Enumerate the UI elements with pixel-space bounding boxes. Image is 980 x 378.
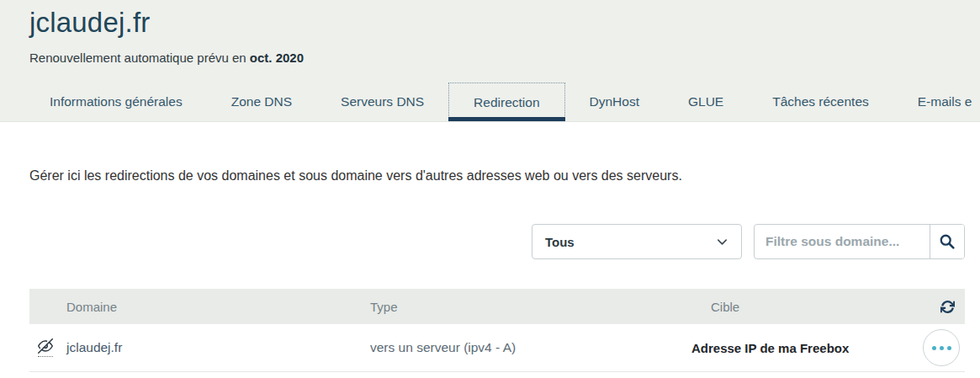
eye-slash-icon[interactable] — [38, 338, 53, 357]
column-header-type: Type — [370, 300, 681, 314]
tab-informations-generales[interactable]: Informations générales — [25, 83, 207, 121]
tab-taches-recentes[interactable]: Tâches récentes — [748, 83, 893, 121]
tab-redirection[interactable]: Redirection — [448, 83, 564, 121]
tab-emails[interactable]: E-mails e — [893, 83, 980, 121]
search-button[interactable] — [930, 225, 964, 258]
row-target: Adresse IP de ma Freebox — [681, 341, 913, 355]
type-filter-select[interactable]: Tous — [532, 224, 742, 259]
subdomain-filter — [754, 224, 965, 259]
page-title: jclaudej.fr — [0, 0, 980, 39]
subdomain-filter-input[interactable] — [755, 225, 930, 258]
redirections-table: Domaine Type Cible — [29, 289, 965, 372]
refresh-icon — [940, 300, 955, 314]
refresh-button[interactable] — [940, 300, 955, 314]
table-header-row: Domaine Type Cible — [29, 289, 965, 324]
column-header-cible: Cible — [681, 300, 930, 314]
type-filter-value: Tous — [545, 235, 575, 249]
redirection-panel: Gérer ici les redirections de vos domain… — [0, 168, 980, 372]
filter-controls: Tous — [29, 224, 965, 259]
chevron-down-icon — [716, 236, 728, 248]
ellipsis-icon — [932, 346, 951, 350]
renewal-date: oct. 2020 — [250, 51, 304, 65]
renewal-prefix: Renouvellement automatique prévu en — [29, 51, 250, 65]
domain-management-page: jclaudej.fr Renouvellement automatique p… — [0, 0, 980, 378]
tab-zone-dns[interactable]: Zone DNS — [207, 83, 316, 121]
row-type: vers un serveur (ipv4 - A) — [370, 340, 681, 355]
row-actions-button[interactable] — [923, 329, 960, 366]
column-header-domaine: Domaine — [29, 300, 370, 314]
renewal-info: Renouvellement automatique prévu en oct.… — [29, 51, 980, 65]
tab-bar: Informations générales Zone DNS Serveurs… — [0, 83, 980, 121]
search-icon — [939, 233, 956, 250]
row-domain: jclaudej.fr — [66, 340, 370, 355]
tab-dynhost[interactable]: DynHost — [565, 83, 664, 121]
domain-header: jclaudej.fr Renouvellement automatique p… — [0, 0, 980, 122]
tab-serveurs-dns[interactable]: Serveurs DNS — [316, 83, 448, 121]
page-description: Gérer ici les redirections de vos domain… — [29, 168, 951, 184]
table-row: jclaudej.fr vers un serveur (ipv4 - A) A… — [29, 324, 965, 372]
tab-glue[interactable]: GLUE — [664, 83, 748, 121]
